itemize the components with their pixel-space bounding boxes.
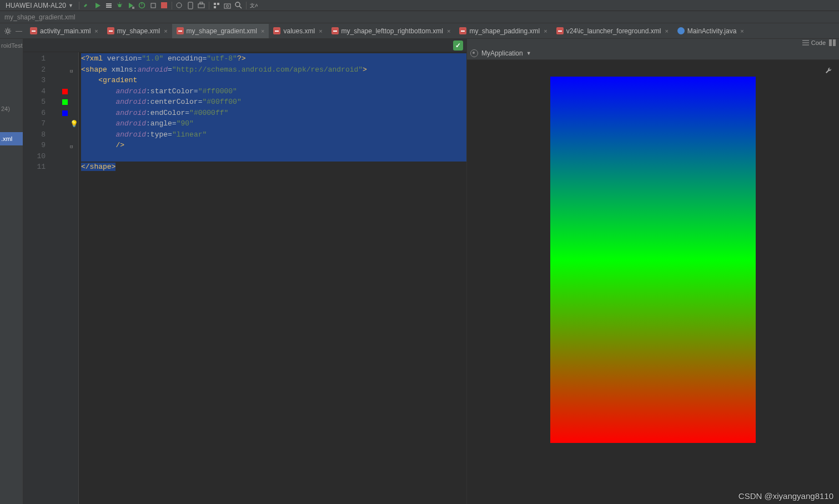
svg-rect-9 bbox=[151, 3, 155, 8]
svg-rect-16 bbox=[214, 6, 216, 8]
breadcrumb: my_shape_gradient.xml bbox=[0, 11, 839, 23]
sidebar-item[interactable]: 24) bbox=[0, 102, 23, 115]
breadcrumb-file: my_shape_gradient.xml bbox=[4, 13, 75, 21]
java-file-icon bbox=[677, 27, 685, 34]
debug-icon[interactable] bbox=[115, 1, 125, 10]
fold-icon[interactable]: ⊟ bbox=[70, 67, 73, 78]
coverage-icon[interactable] bbox=[126, 1, 136, 10]
tab-activity-main-xml[interactable]: activity_main.xml× bbox=[26, 24, 103, 38]
tab-my-shape-lefttop-rightbottom-xml[interactable]: my_shape_lefttop_rightbottom.xml× bbox=[327, 24, 455, 38]
analysis-ok-icon[interactable]: ✓ bbox=[453, 41, 463, 51]
tab-v24-ic-launcher-foreground-xml[interactable]: v24\ic_launcher_foreground.xml× bbox=[552, 24, 673, 38]
gutter-annotations: 💡⊟⊟ bbox=[50, 52, 79, 504]
hammer-icon[interactable] bbox=[82, 1, 92, 10]
tab-label: v24\ic_launcher_foreground.xml bbox=[566, 27, 661, 35]
svg-rect-12 bbox=[198, 4, 204, 8]
color-swatch[interactable] bbox=[62, 99, 68, 105]
separator bbox=[172, 2, 172, 9]
preview-topbar: Code bbox=[467, 39, 839, 47]
svg-point-3 bbox=[118, 4, 122, 7]
chevron-icon: — bbox=[16, 27, 22, 35]
svg-point-19 bbox=[235, 2, 240, 7]
list-icon bbox=[802, 40, 809, 46]
structure-icon[interactable] bbox=[212, 1, 222, 10]
attach-icon[interactable] bbox=[148, 1, 158, 10]
list-icon[interactable] bbox=[104, 1, 114, 10]
preview-header: MyApplication ▼ bbox=[467, 47, 839, 60]
avd-icon[interactable] bbox=[185, 1, 195, 10]
close-icon[interactable]: × bbox=[319, 28, 322, 34]
svg-rect-17 bbox=[224, 4, 230, 8]
svg-point-22 bbox=[7, 29, 9, 32]
close-icon[interactable]: × bbox=[447, 28, 450, 34]
view-mode-label: Code bbox=[811, 39, 826, 46]
svg-line-5 bbox=[117, 4, 118, 4]
close-icon[interactable]: × bbox=[740, 28, 743, 34]
translate-icon[interactable]: 文A bbox=[249, 1, 259, 10]
svg-rect-27 bbox=[833, 39, 836, 46]
separator bbox=[209, 2, 209, 9]
device-selector[interactable]: HUAWEI AUM-AL20 ▼ bbox=[2, 2, 77, 9]
tabs-settings-icon[interactable] bbox=[2, 26, 13, 37]
tab-my-shape-gradient-xml[interactable]: my_shape_gradient.xml× bbox=[172, 24, 269, 38]
run-icon[interactable] bbox=[93, 1, 103, 10]
fold-icon[interactable]: ⊟ bbox=[70, 142, 73, 153]
close-icon[interactable]: × bbox=[94, 28, 98, 34]
preview-canvas[interactable] bbox=[467, 60, 839, 504]
svg-point-18 bbox=[227, 5, 229, 7]
xml-file-icon bbox=[177, 27, 184, 34]
capture-icon[interactable] bbox=[223, 1, 233, 10]
tab-my-shape-padding-xml[interactable]: my_shape_padding.xml× bbox=[455, 24, 551, 38]
color-swatch[interactable] bbox=[62, 110, 68, 116]
sync-icon[interactable] bbox=[174, 1, 184, 10]
separator bbox=[79, 2, 79, 9]
svg-rect-1 bbox=[106, 5, 112, 6]
intention-bulb-icon[interactable]: 💡 bbox=[70, 119, 78, 130]
stop-icon[interactable] bbox=[159, 1, 169, 10]
close-icon[interactable]: × bbox=[164, 28, 167, 34]
wrench-icon[interactable] bbox=[825, 67, 832, 76]
color-swatch[interactable] bbox=[62, 89, 68, 94]
project-name[interactable]: MyApplication bbox=[481, 49, 523, 57]
project-sidebar[interactable]: roidTest 24) .xml bbox=[0, 39, 23, 504]
tab-label: my_shape_lefttop_rightbottom.xml bbox=[341, 27, 443, 35]
xml-file-icon bbox=[107, 27, 114, 34]
search-icon[interactable] bbox=[234, 1, 244, 10]
tab-mainactivity-java[interactable]: MainActivity.java× bbox=[673, 24, 748, 38]
svg-rect-10 bbox=[161, 2, 167, 8]
chevron-down-icon: ▼ bbox=[526, 51, 531, 56]
code-content[interactable]: <?xml version="1.0" encoding="utf-8"?> <… bbox=[79, 52, 466, 504]
sidebar-item-active[interactable]: .xml bbox=[0, 132, 23, 145]
close-icon[interactable]: × bbox=[544, 28, 547, 34]
svg-text:文A: 文A bbox=[250, 3, 258, 8]
close-icon[interactable]: × bbox=[665, 28, 668, 34]
main-toolbar: HUAWEI AUM-AL20 ▼ 文A bbox=[0, 0, 839, 11]
line-gutter: 1234567891011 bbox=[23, 52, 50, 504]
xml-file-icon bbox=[30, 27, 37, 34]
editor-tabs: — activity_main.xml×my_shape.xml×my_shap… bbox=[0, 23, 839, 39]
split-icon[interactable] bbox=[829, 39, 836, 46]
tab-label: MainActivity.java bbox=[687, 27, 736, 35]
view-mode-code[interactable]: Code bbox=[802, 39, 826, 46]
main-area: roidTest 24) .xml ✓ 1234567891011 💡⊟⊟ <?… bbox=[0, 39, 839, 504]
tab-my-shape-xml[interactable]: my_shape.xml× bbox=[103, 24, 172, 38]
sdk-icon[interactable] bbox=[197, 1, 207, 10]
xml-file-icon bbox=[459, 27, 466, 34]
code-area[interactable]: 1234567891011 💡⊟⊟ <?xml version="1.0" en… bbox=[23, 52, 466, 504]
gradient-preview bbox=[550, 77, 756, 443]
xml-file-icon bbox=[331, 27, 339, 34]
sidebar-item[interactable]: roidTest bbox=[0, 39, 23, 52]
separator bbox=[246, 2, 247, 9]
tab-label: my_shape.xml bbox=[117, 27, 160, 35]
tab-label: my_shape_padding.xml bbox=[469, 27, 540, 35]
svg-rect-14 bbox=[214, 3, 216, 5]
close-icon[interactable]: × bbox=[261, 28, 264, 34]
chevron-down-icon: ▼ bbox=[68, 3, 73, 8]
svg-rect-7 bbox=[132, 7, 134, 9]
svg-line-6 bbox=[121, 4, 122, 4]
profile-icon[interactable] bbox=[137, 1, 147, 10]
tab-label: my_shape_gradient.xml bbox=[187, 27, 257, 35]
svg-rect-13 bbox=[200, 2, 203, 4]
target-icon[interactable] bbox=[470, 49, 478, 57]
tab-values-xml[interactable]: values.xml× bbox=[269, 24, 326, 38]
